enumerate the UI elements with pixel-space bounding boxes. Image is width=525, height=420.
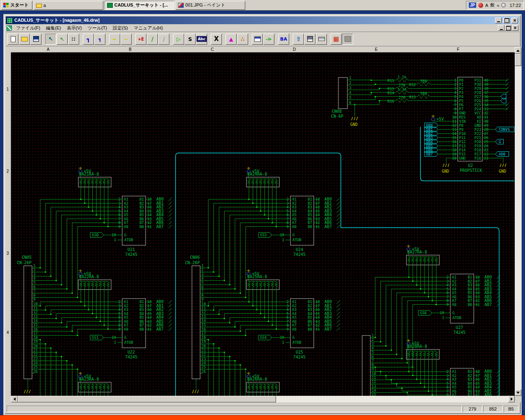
app-window: CADLUS_サーキット - [nagasm_46.drw] ファイル(F)編集… [3, 14, 522, 415]
menu-item-1[interactable]: ファイル(F) [13, 24, 43, 32]
svg-text:B5: B5 [308, 213, 312, 217]
svg-text:A4: A4 [124, 209, 128, 213]
ime-conversion-mode[interactable]: 般 [490, 2, 495, 8]
svg-text:XI: XI [477, 119, 481, 123]
ime-language-badge[interactable]: JP [469, 2, 476, 8]
doc-close-button[interactable] [512, 25, 518, 31]
scroll-right-button[interactable] [508, 396, 515, 402]
select-move-tool-button[interactable]: ↖ [57, 34, 68, 45]
svg-text:74245: 74245 [125, 355, 137, 359]
horizontal-scroll-thumb[interactable] [18, 396, 276, 402]
sheet-grid-button[interactable]: ▦ [331, 34, 342, 45]
ba-tool-button[interactable]: BA [278, 34, 289, 45]
doc-restore-button[interactable] [505, 25, 511, 31]
taskbar: スタート aCADLUS_サーキット - [...001.JPG - ペイント … [0, 0, 525, 11]
ruler-row-3: 3 [7, 251, 9, 256]
menu-item-5[interactable]: 設定(S) [110, 24, 131, 32]
svg-text:7: 7 [447, 389, 449, 393]
doc-minimize-button[interactable] [498, 25, 504, 31]
grid-toggle-button[interactable]: ∷ [68, 34, 79, 45]
svg-text:B1: B1 [308, 300, 312, 304]
svg-text:16: 16 [475, 377, 480, 381]
task-label: CADLUS_サーキット - [... [114, 2, 168, 8]
arrow-icon: ↖ [48, 36, 53, 42]
text-tool-button[interactable]: Abc [196, 34, 207, 45]
svg-text:A1: A1 [292, 197, 297, 201]
scroll-down-button[interactable] [515, 389, 521, 396]
wire-corner-thick-button[interactable]: ┓ [83, 34, 94, 45]
scroll-left-button[interactable] [11, 396, 18, 402]
new-file-button[interactable] [7, 34, 18, 45]
menu-item-6[interactable]: マニュアル(H) [131, 24, 166, 32]
svg-text:18: 18 [475, 275, 480, 279]
svg-text:DB7: DB7 [426, 152, 433, 156]
svg-text:7: 7 [119, 320, 121, 324]
svg-text:9: 9 [447, 303, 449, 307]
svg-text:P12: P12 [459, 140, 466, 144]
print-button[interactable] [316, 34, 327, 45]
window-minimize-button[interactable] [495, 18, 502, 23]
status-paper-size: B5 [504, 406, 518, 412]
toolbar-group-11: ⇧ [293, 34, 327, 45]
svg-text:19: 19 [33, 340, 38, 344]
vertical-scrollbar[interactable] [515, 47, 521, 396]
vertical-scroll-thumb[interactable] [515, 54, 521, 66]
start-label: スタート [10, 2, 29, 8]
svg-text:B5: B5 [308, 315, 312, 320]
wire-corner-thin-button[interactable]: ┓ [94, 34, 105, 45]
svg-text:18: 18 [201, 336, 206, 340]
scroll-up-button[interactable] [515, 47, 521, 54]
svg-text:10: 10 [452, 115, 457, 119]
buffer-block-RA26: RA26RA-8+5V2A1B118AB03A2B217AB14A3B316AB… [202, 339, 340, 396]
horizontal-scrollbar[interactable] [11, 396, 515, 402]
window-maximize-button[interactable] [503, 18, 510, 23]
ime-input-mode[interactable]: A [485, 3, 488, 8]
tray-status-icon[interactable] [501, 3, 506, 7]
line-dashed-button[interactable]: ┅ [121, 34, 132, 45]
menu-item-3[interactable]: 表示(V) [64, 24, 85, 32]
slash-gray-button[interactable]: / [158, 34, 169, 45]
cadlus-icon [107, 3, 113, 8]
open-file-button[interactable] [19, 34, 30, 45]
delete-tool-button[interactable]: X [211, 34, 222, 45]
menu-item-2[interactable]: 編集(E) [43, 24, 64, 32]
svg-text:P15: P15 [459, 152, 466, 156]
svg-text:+5V: +5V [84, 374, 91, 379]
schematic-canvas[interactable]: CN05CN-26P123456789101112131415161718192… [11, 52, 515, 396]
corner-thick-icon: ┓ [87, 36, 90, 42]
save-as-button[interactable] [304, 34, 315, 45]
svg-text:+5V: +5V [84, 169, 91, 173]
tray-app-icon[interactable] [478, 3, 483, 8]
svg-text:23: 23 [484, 148, 488, 152]
line-solid-button[interactable]: ━ [109, 34, 120, 45]
triangle-tool-button[interactable]: ▲ [226, 34, 237, 45]
start-button[interactable]: スタート [1, 1, 32, 10]
panel-view-button[interactable] [252, 34, 263, 45]
svg-text:5: 5 [33, 281, 35, 285]
menu-item-4[interactable]: ツール(T) [84, 24, 110, 32]
svg-text:12: 12 [315, 221, 320, 225]
svg-text:B4: B4 [308, 312, 312, 316]
run-check-button[interactable]: ▷ [173, 34, 184, 45]
connector-tool-button[interactable]: -⊳ [263, 34, 274, 45]
svg-text:P26: P26 [475, 99, 481, 103]
slash-green-icon: / [151, 36, 153, 42]
svg-text:B4: B4 [308, 209, 312, 213]
taskbar-task-1[interactable]: a [34, 1, 103, 10]
taskbar-task-3[interactable]: 001.JPG - ペイント [176, 1, 245, 10]
blank-tool-button[interactable] [342, 34, 353, 45]
slash-green-button[interactable]: / [147, 34, 158, 45]
component-place-button[interactable]: +E [135, 34, 146, 45]
select-tool-button[interactable]: ↖ [45, 34, 56, 45]
svg-text:4: 4 [119, 308, 121, 312]
svg-text:A6: A6 [452, 295, 457, 299]
export-up-button[interactable]: ⇧ [293, 34, 304, 45]
taskbar-task-2[interactable]: CADLUS_サーキット - [... [105, 1, 174, 10]
svg-text:CN08: CN08 [332, 109, 342, 114]
s-tool-button[interactable]: S [185, 34, 196, 45]
net-view-button[interactable]: ∴ [237, 34, 248, 45]
tray-collapse-button[interactable]: « [497, 3, 499, 8]
svg-text:P23: P23 [475, 128, 481, 132]
save-button[interactable] [30, 34, 41, 45]
window-close-button[interactable] [511, 18, 518, 23]
